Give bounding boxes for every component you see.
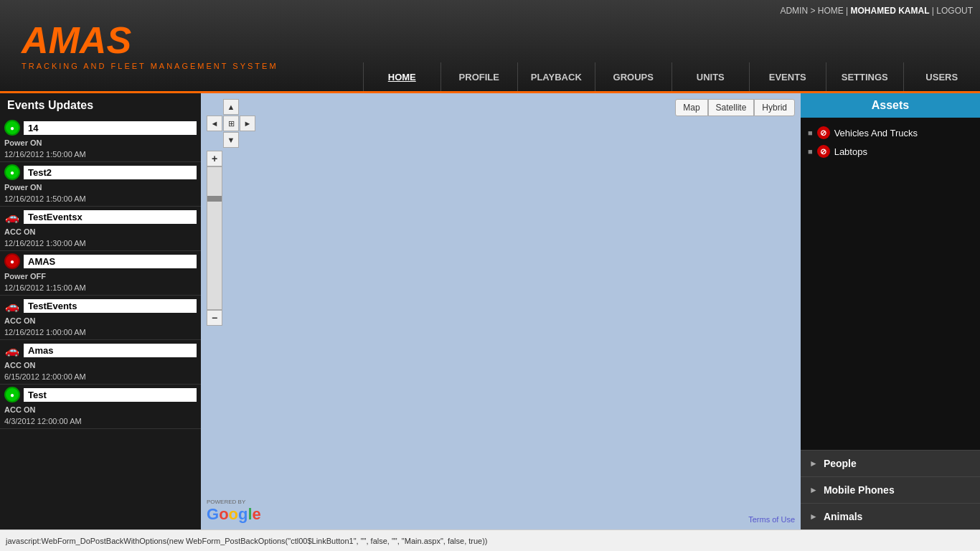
event-type: ACC ON	[0, 405, 201, 417]
header: AMAS TRACKING AND FLEET MANAGEMENT SYSTE…	[0, 0, 980, 93]
nav-item-home[interactable]: HOME	[363, 62, 440, 91]
nav-item-settings[interactable]: SETTINGS	[826, 62, 903, 91]
event-name-input[interactable]	[24, 299, 197, 313]
section-arrow-icon: ►	[809, 458, 818, 468]
section-label: Animals	[824, 511, 862, 522]
section-arrow-icon: ►	[809, 485, 818, 495]
status-icon-green: ●	[4, 164, 20, 180]
google-logo: POWERED BY Google	[207, 499, 261, 524]
assets-list: ■⊘Vehicles And Trucks■⊘Labtops	[801, 118, 980, 450]
event-name-row: ●	[0, 162, 201, 182]
zoom-slider[interactable]	[207, 166, 222, 310]
section-header-2[interactable]: ►Animals	[801, 503, 980, 529]
event-item-ev2: ●Power ON12/16/2012 1:50:00 AM	[0, 162, 201, 207]
nav-item-events[interactable]: EVENTS	[749, 62, 826, 91]
main-content: Events Updates ●Power ON12/16/2012 1:50:…	[0, 93, 980, 529]
event-name-row: ●	[0, 118, 201, 138]
event-name-input[interactable]	[24, 166, 197, 179]
status-icon-green: ●	[4, 120, 20, 136]
event-name-input[interactable]	[24, 210, 197, 224]
event-type: Power ON	[0, 182, 201, 194]
right-panel: Assets ■⊘Vehicles And Trucks■⊘Labtops ►P…	[801, 93, 980, 529]
event-date: 12/16/2012 1:15:00 AM	[0, 283, 201, 295]
section-header-0[interactable]: ►People	[801, 450, 980, 476]
status-icon-red: ●	[4, 253, 20, 269]
logout-link[interactable]: LOGOUT	[936, 6, 973, 16]
map-btn-satellite[interactable]: Satellite	[708, 99, 755, 116]
event-type: ACC ON	[0, 316, 201, 328]
section-header-1[interactable]: ►Mobile Phones	[801, 476, 980, 503]
event-date: 12/16/2012 1:50:00 AM	[0, 194, 201, 206]
nav-down-btn[interactable]: ▼	[223, 132, 239, 148]
nav-up-btn[interactable]: ▲	[223, 99, 239, 115]
event-item-ev3: 🚗ACC ON12/16/2012 1:30:00 AM	[0, 207, 201, 251]
section-arrow-icon: ►	[809, 512, 818, 522]
event-date: 12/16/2012 1:00:00 AM	[0, 328, 201, 339]
assets-header: Assets	[801, 93, 980, 118]
nav-center-btn[interactable]: ⊞	[223, 116, 239, 131]
nav-right-btn[interactable]: ►	[240, 116, 255, 131]
event-name-row: 🚗	[0, 296, 201, 316]
map-btn-hybrid[interactable]: Hybrid	[754, 99, 795, 116]
event-type: Power OFF	[0, 271, 201, 283]
map-zoom-controls: + −	[207, 151, 222, 326]
event-type: Power ON	[0, 138, 201, 150]
nav-left-btn[interactable]: ◄	[207, 116, 222, 131]
google-text: Google	[207, 505, 261, 524]
powered-by-text: POWERED BY	[207, 499, 245, 505]
asset-item-1[interactable]: ■⊘Labtops	[806, 142, 974, 161]
nav-item-profile[interactable]: PROFILE	[440, 62, 518, 91]
home-link[interactable]: HOME	[818, 6, 844, 16]
bottom-sections: ►People►Mobile Phones►Animals	[801, 450, 980, 529]
logo-area: AMAS TRACKING AND FLEET MANAGEMENT SYSTE…	[0, 22, 373, 70]
terms-of-use[interactable]: Terms of Use	[748, 515, 795, 524]
events-title: Events Updates	[0, 93, 201, 118]
event-type: ACC ON	[0, 360, 201, 372]
nav-item-playback[interactable]: PLAYBACK	[517, 62, 595, 91]
nav-item-units[interactable]: UNITS	[672, 62, 749, 91]
asset-label: Vehicles And Trucks	[834, 128, 918, 138]
sep2: |	[930, 6, 937, 16]
asset-expand-icon[interactable]: ■	[808, 128, 813, 137]
event-name-row: 🚗	[0, 340, 201, 360]
admin-label: ADMIN	[780, 6, 808, 16]
event-date: 12/16/2012 1:30:00 AM	[0, 239, 201, 250]
event-item-ev7: ●ACC ON4/3/2012 12:00:00 AM	[0, 385, 201, 429]
event-date: 6/15/2012 12:00:00 AM	[0, 372, 201, 384]
asset-block-icon: ⊘	[817, 126, 830, 139]
map-navigation: ▲ ◄ ⊞ ► ▼	[207, 99, 255, 148]
events-list: ●Power ON12/16/2012 1:50:00 AM●Power ON1…	[0, 118, 201, 429]
status-icon-car: 🚗	[4, 342, 20, 358]
event-item-ev5: 🚗ACC ON12/16/2012 1:00:00 AM	[0, 296, 201, 340]
event-name-input[interactable]	[24, 121, 197, 135]
nav-item-groups[interactable]: GROUPS	[595, 62, 672, 91]
nav-item-users[interactable]: USERS	[903, 62, 981, 91]
logo-subtitle: TRACKING AND FLEET MANAGEMENT SYSTEM	[22, 62, 373, 70]
g-blue2: g	[238, 505, 248, 523]
g-red: o	[219, 505, 228, 523]
asset-block-icon: ⊘	[817, 145, 830, 158]
zoom-out-btn[interactable]: −	[207, 310, 222, 326]
status-text: javascript:WebForm_DoPostBackWithOptions…	[6, 537, 488, 545]
events-panel: Events Updates ●Power ON12/16/2012 1:50:…	[0, 93, 201, 529]
map-area[interactable]: ▲ ◄ ⊞ ► ▼ Map Satellite Hybrid + − POWER…	[201, 93, 801, 529]
sep1: |	[844, 6, 851, 16]
status-icon-car: 🚗	[4, 298, 20, 314]
event-name-input[interactable]	[24, 255, 197, 268]
nav-middle-row: ◄ ⊞ ►	[207, 116, 255, 131]
event-item-ev4: ●Power OFF12/16/2012 1:15:00 AM	[0, 251, 201, 296]
event-name-row: ●	[0, 251, 201, 271]
g-yellow: o	[229, 505, 238, 523]
event-name-row: 🚗	[0, 207, 201, 227]
top-right-nav: ADMIN > HOME | MOHAMED KAMAL | LOGOUT	[780, 6, 973, 16]
status-bar: javascript:WebForm_DoPostBackWithOptions…	[0, 529, 980, 551]
event-name-input[interactable]	[24, 388, 197, 402]
asset-item-0[interactable]: ■⊘Vehicles And Trucks	[806, 123, 974, 142]
event-name-input[interactable]	[24, 344, 197, 357]
g-blue: G	[207, 505, 219, 523]
arrow-separator: >	[808, 6, 818, 16]
asset-expand-icon[interactable]: ■	[808, 147, 813, 156]
zoom-in-btn[interactable]: +	[207, 151, 222, 166]
event-date: 4/3/2012 12:00:00 AM	[0, 417, 201, 428]
map-btn-map[interactable]: Map	[675, 99, 707, 116]
